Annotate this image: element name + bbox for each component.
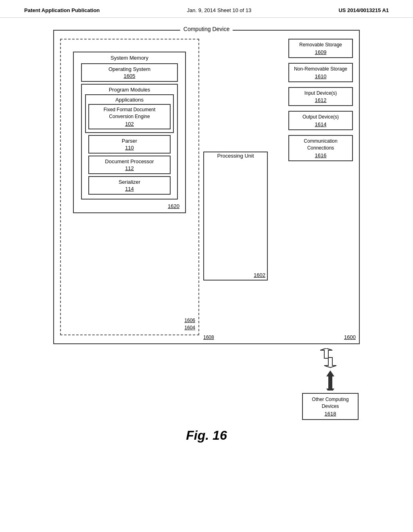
serializer-label: Serializer [119,179,140,185]
comm-connections-ref: 1616 [292,152,349,158]
comm-connections-label: Communication Connections [304,138,337,151]
os-ref: 1605 [86,73,173,79]
parser-ref: 110 [92,145,167,151]
arrows-and-device: Other Computing Devices 1618 [302,348,359,420]
diagram-area: Computing Device System Memory Operating… [0,18,413,455]
serializer-box: Serializer 114 [88,176,171,195]
output-devices-label: Output Device(s) [302,114,339,120]
header-patent-number: US 2014/0013215 A1 [338,7,389,13]
fig-label: Fig. 16 [24,428,389,443]
removable-storage-ref: 1609 [292,49,349,55]
doc-proc-label: Document Processor [105,158,154,164]
arrows-bidirectional-svg [320,368,340,391]
prog-modules-label: Program Modules [85,87,174,93]
parser-label: Parser [122,138,137,144]
applications-label: Applications [88,97,171,103]
ffdce-label: Fixed Format Document Conversion Engine [104,107,156,119]
applications-box: Applications Fixed Format Document Conve… [85,94,174,133]
output-devices-ref: 1614 [292,121,349,127]
other-computing-ref: 1618 [306,411,355,417]
computing-device-label: Computing Device [180,26,233,32]
os-label: Operating System [108,66,150,72]
processing-unit-label: Processing Unit [217,152,254,160]
serializer-ref: 114 [92,186,167,192]
doc-proc-box: Document Processor 112 [88,156,171,174]
ref-1600: 1600 [344,334,356,340]
input-devices-ref: 1612 [292,97,349,103]
other-computing-label: Other Computing Devices [312,397,348,409]
svg-marker-3 [326,370,334,376]
ref-1620-label: 1620 [78,202,181,210]
non-removable-storage-ref: 1610 [292,73,349,79]
right-boxes: Removable Storage 1609 Non-Removable Sto… [288,39,353,161]
non-removable-storage-label: Non-Removable Storage [294,66,347,72]
bidirectional-arrows [318,348,342,391]
ffdce-box: Fixed Format Document Conversion Engine … [88,104,171,129]
dashed-region: System Memory Operating System 1605 Prog… [60,39,199,335]
removable-storage-box: Removable Storage 1609 [288,39,353,58]
other-computing-box: Other Computing Devices 1618 [302,393,359,420]
svg-marker-1 [324,357,336,368]
ref-1604: 1604 [184,325,195,330]
input-devices-label: Input Device(s) [305,90,337,96]
bottom-section: Other Computing Devices 1618 [24,348,389,420]
doc-proc-ref: 112 [92,165,167,171]
arrows-svg [318,348,342,368]
removable-storage-label: Removable Storage [299,42,342,48]
system-memory-label: System Memory [78,55,181,61]
parser-box: Parser 110 [88,135,171,154]
ffdce-ref: 102 [92,121,167,127]
processing-unit-box: Processing Unit 1602 [203,152,268,281]
computing-device-box: Computing Device System Memory Operating… [53,30,360,344]
non-removable-storage-box: Non-Removable Storage 1610 [288,63,353,82]
svg-marker-5 [326,389,334,391]
ref-1608: 1608 [203,335,214,340]
input-devices-box: Input Device(s) 1612 [288,87,353,106]
processing-unit-ref: 1602 [252,270,267,280]
ref-1606: 1606 [184,318,195,323]
system-memory-box: System Memory Operating System 1605 Prog… [73,52,186,213]
os-box: Operating System 1605 [81,63,178,82]
output-devices-box: Output Device(s) 1614 [288,111,353,130]
comm-connections-box: Communication Connections 1616 [288,135,353,161]
prog-modules-box: Program Modules Applications Fixed Forma… [81,84,178,200]
header-date-sheet: Jan. 9, 2014 Sheet 10 of 13 [187,7,252,13]
svg-marker-0 [320,348,332,358]
header-publication: Patent Application Publication [24,7,100,13]
page-header: Patent Application Publication Jan. 9, 2… [0,0,413,18]
